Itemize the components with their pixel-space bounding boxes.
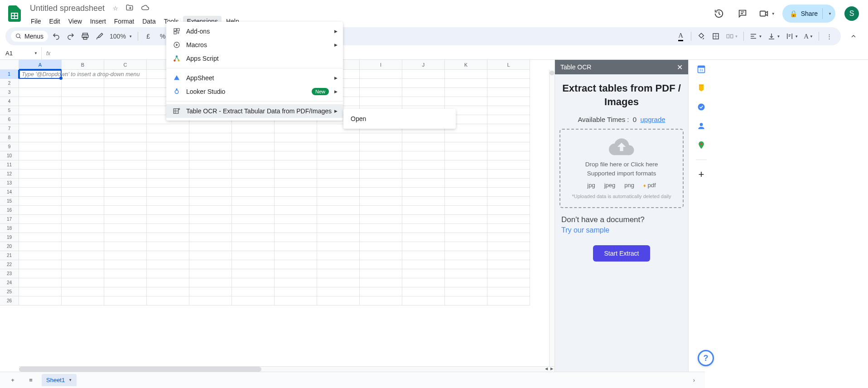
cell[interactable] <box>487 97 530 106</box>
cell[interactable] <box>19 124 62 133</box>
cell[interactable] <box>275 251 317 260</box>
cell[interactable] <box>275 206 317 215</box>
cell[interactable] <box>62 179 104 188</box>
menu-view[interactable]: View <box>65 16 86 27</box>
column-header[interactable]: L <box>487 60 530 70</box>
text-color-button[interactable]: A <box>675 30 687 43</box>
cell[interactable] <box>62 97 104 106</box>
cell[interactable] <box>402 179 445 188</box>
row-header[interactable]: 10 <box>0 151 19 160</box>
cell[interactable] <box>147 278 189 287</box>
cell[interactable] <box>317 206 360 215</box>
cell[interactable] <box>19 106 62 115</box>
more-toolbar-button[interactable]: ⋮ <box>823 30 835 43</box>
cell[interactable] <box>19 97 62 106</box>
cell[interactable] <box>232 269 275 278</box>
cell[interactable] <box>402 151 445 160</box>
cell[interactable] <box>487 142 530 151</box>
print-button[interactable] <box>79 30 92 43</box>
cell[interactable] <box>232 287 275 296</box>
cell[interactable] <box>147 124 189 133</box>
cell[interactable] <box>402 260 445 269</box>
cell[interactable] <box>360 133 402 142</box>
cell[interactable] <box>104 79 147 88</box>
cell[interactable] <box>487 188 530 197</box>
cell[interactable] <box>445 269 487 278</box>
cell[interactable] <box>19 133 62 142</box>
cell[interactable] <box>402 242 445 251</box>
row-header[interactable]: 18 <box>0 224 19 233</box>
cell[interactable] <box>147 179 189 188</box>
row-header[interactable]: 16 <box>0 206 19 215</box>
vertical-scrollbar[interactable] <box>549 70 555 366</box>
cell[interactable] <box>232 242 275 251</box>
cell[interactable] <box>189 206 232 215</box>
cell[interactable] <box>445 179 487 188</box>
row-header[interactable]: 7 <box>0 124 19 133</box>
cell[interactable] <box>317 233 360 242</box>
cell[interactable] <box>147 188 189 197</box>
cell[interactable] <box>445 70 487 79</box>
cell[interactable] <box>360 88 402 97</box>
cell[interactable] <box>104 133 147 142</box>
redo-button[interactable] <box>64 30 77 43</box>
cell[interactable] <box>275 160 317 170</box>
cell[interactable] <box>487 260 530 269</box>
cell[interactable] <box>19 242 62 251</box>
vertical-align-button[interactable]: ▼ <box>766 30 782 43</box>
fill-color-button[interactable] <box>695 30 708 43</box>
scroll-left-icon[interactable]: ◀ <box>544 367 549 372</box>
cell[interactable] <box>402 160 445 170</box>
cell[interactable] <box>19 287 62 296</box>
horizontal-scrollbar[interactable] <box>19 366 546 372</box>
history-icon[interactable] <box>710 5 728 23</box>
sheets-logo-icon[interactable] <box>5 5 24 23</box>
cell[interactable] <box>189 215 232 224</box>
cell[interactable] <box>487 170 530 179</box>
tasks-icon[interactable] <box>697 102 706 112</box>
cell[interactable] <box>360 197 402 206</box>
column-header[interactable]: I <box>360 60 402 70</box>
cell[interactable] <box>104 160 147 170</box>
cell[interactable] <box>62 133 104 142</box>
cell[interactable] <box>232 142 275 151</box>
active-cell[interactable]: Type '@Dropdown' to insert a drop-down m… <box>19 70 62 79</box>
cell[interactable] <box>104 206 147 215</box>
cell[interactable] <box>147 206 189 215</box>
cell[interactable] <box>62 260 104 269</box>
select-all-corner[interactable] <box>0 60 19 70</box>
cell[interactable] <box>232 251 275 260</box>
column-header[interactable]: K <box>445 60 487 70</box>
cell[interactable] <box>232 133 275 142</box>
cell[interactable] <box>19 206 62 215</box>
cell[interactable] <box>360 278 402 287</box>
search-menus-button[interactable]: Menus <box>11 31 48 42</box>
cell[interactable] <box>445 278 487 287</box>
ext-menu-item[interactable]: Macros▶ <box>166 38 343 52</box>
ext-menu-item[interactable]: Table OCR - Extract Tabular Data from PD… <box>166 104 343 118</box>
row-header[interactable]: 14 <box>0 188 19 197</box>
cell[interactable] <box>445 287 487 296</box>
row-header[interactable]: 17 <box>0 215 19 224</box>
scroll-right-icon[interactable]: ▶ <box>549 367 555 372</box>
cell[interactable] <box>360 97 402 106</box>
cell[interactable] <box>317 179 360 188</box>
cell[interactable] <box>19 197 62 206</box>
cell[interactable] <box>487 106 530 115</box>
cell[interactable] <box>147 269 189 278</box>
cell[interactable] <box>317 151 360 160</box>
cell[interactable] <box>147 233 189 242</box>
ext-menu-item[interactable]: Apps Script <box>166 52 343 65</box>
cell[interactable] <box>317 197 360 206</box>
cell[interactable] <box>275 124 317 133</box>
cell[interactable] <box>487 215 530 224</box>
cell[interactable] <box>19 151 62 160</box>
cell[interactable] <box>147 133 189 142</box>
row-header[interactable]: 3 <box>0 88 19 97</box>
cell[interactable] <box>147 142 189 151</box>
cell[interactable] <box>62 160 104 170</box>
cell[interactable] <box>402 197 445 206</box>
cell[interactable] <box>232 215 275 224</box>
cell[interactable] <box>232 278 275 287</box>
cell[interactable] <box>445 224 487 233</box>
